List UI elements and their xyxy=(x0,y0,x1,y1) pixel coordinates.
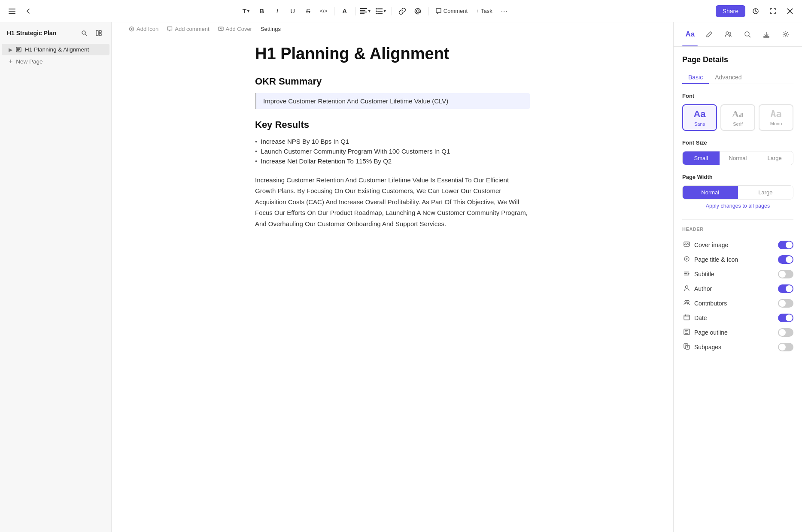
sidebar-new-page[interactable]: + New Page xyxy=(2,55,109,67)
add-icon-button[interactable]: Add Icon xyxy=(129,26,158,32)
panel-tab-export[interactable] xyxy=(759,27,774,42)
header-section-label: HEADER xyxy=(682,227,793,232)
svg-point-13 xyxy=(416,10,419,12)
align-button[interactable]: ▼ xyxy=(359,4,373,18)
bullet-item-3[interactable]: Increase Net Dollar Retention To 115% By… xyxy=(255,156,530,166)
sidebar-layout-button[interactable] xyxy=(93,27,104,39)
mention-button[interactable] xyxy=(411,4,425,18)
sidebar-item-h1-planning[interactable]: ▶ H1 Planning & Alignment xyxy=(2,44,109,55)
toggle-page-title-icon: Page title & Icon xyxy=(682,252,793,267)
toggle-subtitle-btn[interactable] xyxy=(778,270,793,278)
size-large[interactable]: Large xyxy=(756,151,793,165)
heading-okr[interactable]: OKR Summary xyxy=(255,76,530,87)
panel-tab-settings[interactable] xyxy=(778,27,793,42)
toggle-date: Date xyxy=(682,311,793,325)
font-size-label: Font Size xyxy=(682,139,793,146)
toggle-contributors: Contributors xyxy=(682,296,793,311)
italic-button[interactable]: I xyxy=(270,4,284,18)
subtitle-label: Subtitle xyxy=(694,271,714,278)
expand-button[interactable] xyxy=(766,4,780,18)
page-icon xyxy=(16,47,21,52)
apply-changes-link[interactable]: Apply changes to all pages xyxy=(682,203,793,209)
body-paragraph[interactable]: Increasing Customer Retention And Custom… xyxy=(255,175,530,230)
contributors-icon xyxy=(682,299,691,307)
subpages-icon xyxy=(682,343,691,351)
panel-tab-search[interactable] xyxy=(740,27,755,42)
toggle-date-btn[interactable] xyxy=(778,314,793,322)
subtitle-icon xyxy=(682,270,691,278)
font-option-sans[interactable]: Aa Sans xyxy=(682,104,717,131)
svg-point-22 xyxy=(726,32,729,34)
font-option-serif[interactable]: Aa Serif xyxy=(720,104,755,131)
svg-point-29 xyxy=(687,300,689,302)
panel-tab-people[interactable] xyxy=(720,27,736,42)
font-color-button[interactable]: A xyxy=(338,4,352,18)
toggle-page-outline-btn[interactable] xyxy=(778,328,793,337)
size-normal[interactable]: Normal xyxy=(720,151,756,165)
toolbar-center: T ▼ B I U S </> A ▼ ▼ Comment + Task xyxy=(38,4,713,18)
add-comment-button[interactable]: Add comment xyxy=(167,26,209,32)
page-outline-icon xyxy=(682,329,691,336)
width-large[interactable]: Large xyxy=(738,186,793,199)
blockquote: Improve Customer Retention And Customer … xyxy=(255,93,530,109)
task-button[interactable]: + Task xyxy=(473,6,496,16)
sidebar-search-button[interactable] xyxy=(79,27,90,39)
settings-link[interactable]: Settings xyxy=(261,26,281,32)
svg-rect-2 xyxy=(9,13,15,14)
page-title[interactable]: H1 Planning & Alignment xyxy=(255,44,530,64)
bullet-item-2[interactable]: Launch Customer Community Program With 1… xyxy=(255,146,530,156)
share-button[interactable]: Share xyxy=(716,5,745,17)
toggle-page-outline: Page outline xyxy=(682,325,793,340)
main-layout: H1 Strategic Plan ▶ H1 Planning & Alignm… xyxy=(0,22,802,532)
tab-basic[interactable]: Basic xyxy=(682,71,709,84)
toggle-contributors-btn[interactable] xyxy=(778,299,793,308)
add-cover-button[interactable]: Add Cover xyxy=(218,26,252,32)
tab-advanced[interactable]: Advanced xyxy=(709,71,747,84)
svg-rect-17 xyxy=(99,30,101,33)
link-button[interactable] xyxy=(395,4,409,18)
width-normal[interactable]: Normal xyxy=(683,186,738,199)
code-button[interactable]: </> xyxy=(317,4,331,18)
toggle-cover-image-btn[interactable] xyxy=(778,241,793,249)
panel-tab-edit[interactable] xyxy=(702,27,717,42)
svg-rect-33 xyxy=(686,345,690,349)
svg-rect-3 xyxy=(360,8,367,9)
toggle-page-title-icon-btn[interactable] xyxy=(778,255,793,264)
font-option-mono[interactable]: Aa Mono xyxy=(759,104,793,131)
right-panel: Aa Page Details Basic Advanced xyxy=(673,22,802,532)
more-button[interactable]: ··· xyxy=(498,4,511,18)
menu-button[interactable] xyxy=(5,4,19,18)
divider-1 xyxy=(334,7,334,15)
back-button[interactable] xyxy=(21,4,35,18)
toggle-author: Author xyxy=(682,281,793,296)
font-options: Aa Sans Aa Serif Aa Mono xyxy=(682,104,793,131)
svg-point-9 xyxy=(376,10,377,12)
svg-rect-18 xyxy=(99,33,101,36)
size-small[interactable]: Small xyxy=(683,151,720,165)
panel-tab-typography[interactable]: Aa xyxy=(682,27,698,42)
editor-content: H1 Planning & Alignment OKR Summary Impr… xyxy=(238,36,547,238)
bullet-list: Increase NPS By 10 Bps In Q1 Launch Cust… xyxy=(255,136,530,166)
blockquote-text[interactable]: Improve Customer Retention And Customer … xyxy=(263,97,523,105)
close-button[interactable] xyxy=(783,4,797,18)
bullet-item-1[interactable]: Increase NPS By 10 Bps In Q1 xyxy=(255,136,530,146)
bold-button[interactable]: B xyxy=(255,4,269,18)
panel-tabs: Basic Advanced xyxy=(682,71,793,84)
toolbar-left xyxy=(5,4,35,18)
strikethrough-button[interactable]: S xyxy=(301,4,315,18)
text-format-button[interactable]: T ▼ xyxy=(240,4,253,18)
new-page-label: New Page xyxy=(16,58,43,65)
page-width-label: Page Width xyxy=(682,174,793,180)
date-icon xyxy=(682,314,691,322)
sidebar-header-icons xyxy=(79,27,104,39)
sidebar: H1 Strategic Plan ▶ H1 Planning & Alignm… xyxy=(0,22,112,532)
list-button[interactable]: ▼ xyxy=(374,4,388,18)
toggle-subpages-btn[interactable] xyxy=(778,343,793,351)
heading-kr[interactable]: Key Results xyxy=(255,119,530,130)
underline-button[interactable]: U xyxy=(286,4,300,18)
toggle-author-btn[interactable] xyxy=(778,284,793,293)
comment-button[interactable]: Comment xyxy=(432,6,471,16)
svg-point-7 xyxy=(376,8,377,9)
svg-rect-10 xyxy=(377,11,383,12)
history-button[interactable] xyxy=(749,4,763,18)
